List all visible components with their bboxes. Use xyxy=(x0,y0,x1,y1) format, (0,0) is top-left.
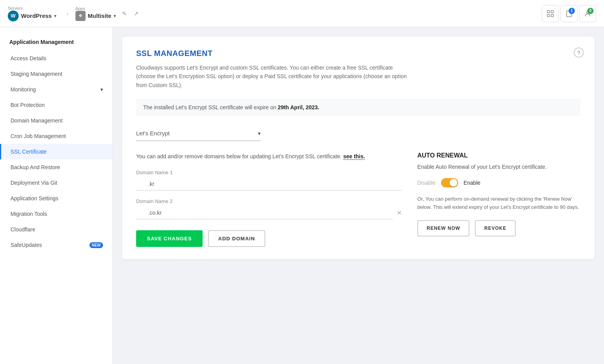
edit-app-icon[interactable]: ✎ xyxy=(120,9,129,18)
sidebar-item-label: Access Details xyxy=(11,55,46,61)
sidebar-item-label: Staging Management xyxy=(11,71,62,77)
app-selector[interactable]: ❖ Multisite ▾ xyxy=(75,11,116,21)
add-domain-button[interactable]: ADD DOMAIN xyxy=(208,230,265,247)
page-title: SSL MANAGEMENT xyxy=(136,49,581,58)
ssl-dropdown-chevron-icon: ▾ xyxy=(258,130,261,136)
sidebar-item-safeupdates[interactable]: SafeUpdates NEW xyxy=(0,237,112,253)
sidebar-item-label: Domain Management xyxy=(11,117,63,124)
app-nav-icons: ✎ ↗ xyxy=(120,9,141,18)
svg-rect-3 xyxy=(551,14,553,17)
sidebar-item-label: Cloudflare xyxy=(11,226,35,233)
domain-2-input-row: ✕ xyxy=(136,206,402,219)
revoke-button[interactable]: REVOKE xyxy=(475,220,516,236)
auto-renewal-title: AUTO RENEWAL xyxy=(417,152,581,159)
domain-1-input-row xyxy=(136,178,402,191)
wordpress-name: WordPress xyxy=(21,12,52,19)
save-changes-button[interactable]: SAVE CHANGES xyxy=(136,230,203,247)
sidebar-item-cloudflare[interactable]: Cloudflare xyxy=(0,222,112,237)
see-this-link[interactable]: see this. xyxy=(343,153,365,160)
domain-1-label: Domain Name 1 xyxy=(136,170,402,175)
sidebar-item-label: SafeUpdates xyxy=(11,242,42,248)
new-badge: NEW xyxy=(89,242,103,248)
breadcrumb-arrow-icon: › xyxy=(67,10,68,17)
domain-row-2: Domain Name 2 ✕ xyxy=(136,198,402,219)
sidebar-item-cron-job[interactable]: Cron Job Management xyxy=(0,128,112,144)
auto-renewal-toggle[interactable] xyxy=(441,178,458,187)
nav-right: 1 0 xyxy=(542,5,596,22)
ssl-management-card: ? SSL MANAGEMENT Cloudways supports Let'… xyxy=(122,37,595,259)
auto-renewal-desc: Enable Auto Renewal of your Let's Encryp… xyxy=(417,163,581,171)
expiry-prefix: The installed Let's Encrypt SSL certific… xyxy=(143,104,278,110)
page-layout: Application Management Access Details St… xyxy=(0,27,604,364)
multisite-icon: ❖ xyxy=(75,11,86,21)
wp-logo: W xyxy=(8,10,19,21)
sidebar-item-staging[interactable]: Staging Management xyxy=(0,66,112,82)
ssl-two-col: You can add and/or remove domains below … xyxy=(136,152,581,247)
sidebar-item-bot-protection[interactable]: Bot Protection xyxy=(0,97,112,113)
wordpress-selector[interactable]: W WordPress ▾ xyxy=(8,10,56,21)
expiry-notice: The installed Let's Encrypt SSL certific… xyxy=(136,99,581,116)
sidebar-section-title: Application Management xyxy=(0,35,112,51)
sidebar-item-app-settings[interactable]: Application Settings xyxy=(0,191,112,206)
files-button[interactable]: 1 xyxy=(560,5,578,22)
auto-renewal-section: AUTO RENEWAL Enable Auto Renewal of your… xyxy=(417,152,581,247)
users-button[interactable]: 0 xyxy=(579,5,596,22)
servers-section: Servers W WordPress ▾ xyxy=(8,6,56,21)
auto-renewal-toggle-row: Disable Enable xyxy=(417,178,581,187)
sidebar-item-backup-restore[interactable]: Backup And Restore xyxy=(0,159,112,175)
domain-2-clear-icon[interactable]: ✕ xyxy=(397,209,402,217)
apps-label: Apps xyxy=(75,6,116,11)
help-icon[interactable]: ? xyxy=(574,47,584,58)
enable-label: Enable xyxy=(464,180,481,186)
users-badge: 0 xyxy=(587,8,593,14)
toggle-knob xyxy=(450,179,457,187)
sidebar-item-migration-tools[interactable]: Migration Tools xyxy=(0,206,112,222)
svg-rect-1 xyxy=(551,10,553,13)
top-navigation: Servers W WordPress ▾ › Apps ❖ Multisite… xyxy=(0,0,604,27)
monitoring-chevron-icon: ▾ xyxy=(100,86,103,93)
sidebar-item-label: Migration Tools xyxy=(11,211,47,217)
sidebar-item-ssl-certificate[interactable]: SSL Certificate xyxy=(0,144,112,159)
wordpress-chevron-icon: ▾ xyxy=(54,13,56,19)
nav-left: Servers W WordPress ▾ › Apps ❖ Multisite… xyxy=(8,6,141,21)
ssl-type-label: Let's Encrypt xyxy=(136,130,170,136)
sidebar: Application Management Access Details St… xyxy=(0,27,113,364)
sidebar-item-access-details[interactable]: Access Details xyxy=(0,51,112,66)
servers-label: Servers xyxy=(8,6,56,10)
domain-1-input[interactable] xyxy=(136,178,402,191)
sidebar-item-label: Deployment Via Git xyxy=(11,180,57,186)
sidebar-item-label: Bot Protection xyxy=(11,102,45,108)
ssl-type-dropdown[interactable]: Let's Encrypt ▾ xyxy=(136,127,261,141)
sidebar-item-label: Backup And Restore xyxy=(11,164,60,170)
domain-row-1: Domain Name 1 xyxy=(136,170,402,191)
sidebar-item-monitoring[interactable]: Monitoring ▾ xyxy=(0,82,112,97)
sidebar-item-domain-management[interactable]: Domain Management xyxy=(0,113,112,128)
grid-view-button[interactable] xyxy=(542,5,559,22)
sidebar-item-label: Monitoring xyxy=(11,86,36,93)
expiry-date: 29th April, 2023. xyxy=(278,104,319,110)
action-buttons: SAVE CHANGES ADD DOMAIN xyxy=(136,230,402,247)
apps-section: Apps ❖ Multisite ▾ xyxy=(75,6,116,21)
sidebar-item-label: Cron Job Management xyxy=(11,133,66,139)
sidebar-item-deployment[interactable]: Deployment Via Git xyxy=(0,175,112,191)
files-badge: 1 xyxy=(569,8,575,14)
renewal-note: Or, You can perform on-demand renewal by… xyxy=(417,195,581,212)
domain-description: You can add and/or remove domains below … xyxy=(136,152,402,161)
page-description: Cloudways supports Let's Encrypt and cus… xyxy=(136,63,408,89)
renewal-buttons: RENEW NOW REVOKE xyxy=(417,220,581,236)
main-content: ? SSL MANAGEMENT Cloudways supports Let'… xyxy=(113,27,604,364)
svg-rect-0 xyxy=(547,10,550,13)
domains-section: You can add and/or remove domains below … xyxy=(136,152,402,247)
renew-now-button[interactable]: RENEW NOW xyxy=(417,220,469,236)
domain-2-label: Domain Name 2 xyxy=(136,198,402,204)
app-chevron-icon: ▾ xyxy=(114,13,116,19)
domain-2-input[interactable] xyxy=(136,206,393,219)
disable-label: Disable xyxy=(417,180,436,186)
svg-rect-2 xyxy=(547,14,550,17)
external-link-icon[interactable]: ↗ xyxy=(131,9,141,18)
app-name: Multisite xyxy=(88,12,112,19)
sidebar-item-label: Application Settings xyxy=(11,195,58,201)
sidebar-item-label: SSL Certificate xyxy=(11,149,47,155)
